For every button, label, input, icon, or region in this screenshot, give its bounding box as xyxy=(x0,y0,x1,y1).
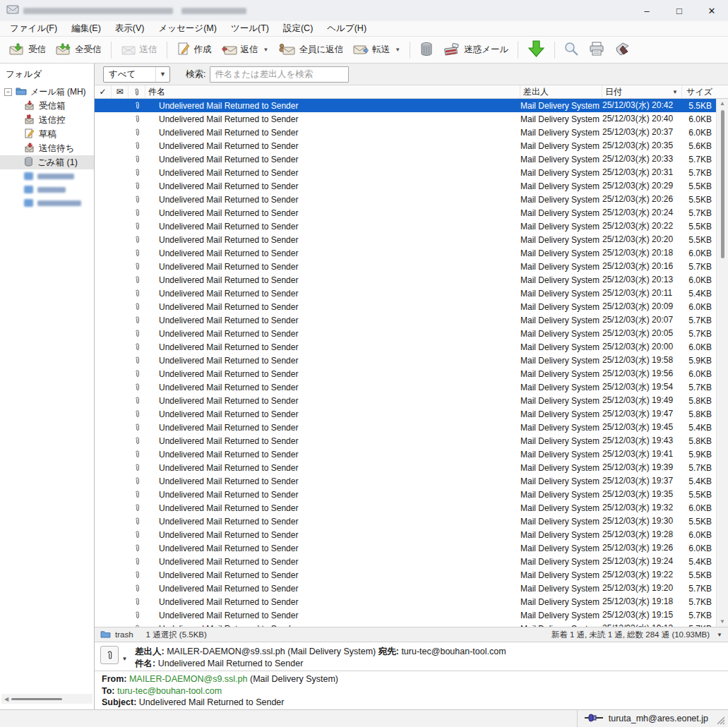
maximize-button[interactable]: □ xyxy=(663,0,696,21)
message-row[interactable]: Undelivered Mail Returned to Sender Mail… xyxy=(95,246,716,260)
message-row[interactable]: Undelivered Mail Returned to Sender Mail… xyxy=(95,421,716,434)
message-row[interactable]: Undelivered Mail Returned to Sender Mail… xyxy=(95,206,716,220)
execute-button[interactable] xyxy=(523,37,550,63)
stop-button[interactable] xyxy=(609,39,635,61)
message-row[interactable]: Undelivered Mail Returned to Sender Mail… xyxy=(95,340,716,354)
column-header-from[interactable]: 差出人 xyxy=(520,85,602,98)
message-row[interactable]: Undelivered Mail Returned to Sender Mail… xyxy=(95,407,716,421)
folder-pane-hscrollbar[interactable]: ◀ xyxy=(1,694,93,704)
column-header-date[interactable]: 日付▼ xyxy=(602,85,682,98)
print-button[interactable] xyxy=(584,39,609,61)
message-row[interactable]: Undelivered Mail Returned to Sender Mail… xyxy=(95,233,716,246)
folder-redacted[interactable] xyxy=(0,169,94,183)
receive-all-button[interactable]: 全受信 xyxy=(51,40,107,60)
search-input[interactable] xyxy=(210,66,349,83)
message-row[interactable]: Undelivered Mail Returned to Sender Mail… xyxy=(95,555,716,568)
menu-settings[interactable]: 設定(C) xyxy=(276,21,320,36)
message-row[interactable]: Undelivered Mail Returned to Sender Mail… xyxy=(95,327,716,340)
message-row[interactable]: Undelivered Mail Returned to Sender Mail… xyxy=(95,313,716,327)
message-row[interactable]: Undelivered Mail Returned to Sender Mail… xyxy=(95,608,716,622)
close-button[interactable]: ✕ xyxy=(696,0,728,21)
folder-redacted[interactable] xyxy=(0,196,94,210)
folder-redacted[interactable] xyxy=(0,183,94,196)
message-row[interactable]: Undelivered Mail Returned to Sender Mail… xyxy=(95,367,716,380)
message-row[interactable]: Undelivered Mail Returned to Sender Mail… xyxy=(95,447,716,461)
message-row[interactable]: Undelivered Mail Returned to Sender Mail… xyxy=(95,287,716,300)
junk-button[interactable]: 迷惑メール xyxy=(438,40,513,61)
message-row[interactable]: Undelivered Mail Returned to Sender Mail… xyxy=(95,354,716,367)
attachment-dropdown-arrow[interactable]: ▼ xyxy=(120,646,129,664)
date-header-label: 日付 xyxy=(605,86,622,98)
receive-button[interactable]: 受信 xyxy=(4,40,51,60)
menu-message[interactable]: メッセージ(M) xyxy=(151,21,223,36)
message-row[interactable]: Undelivered Mail Returned to Sender Mail… xyxy=(95,568,716,582)
delete-button[interactable] xyxy=(414,39,438,61)
scroll-down-arrow-icon[interactable]: ▼ xyxy=(717,617,728,627)
list-vscrollbar[interactable]: ▲ ▼ xyxy=(716,99,728,627)
column-header-check[interactable]: ✓ xyxy=(95,85,112,98)
message-row[interactable]: Undelivered Mail Returned to Sender Mail… xyxy=(95,99,716,112)
message-row[interactable]: Undelivered Mail Returned to Sender Mail… xyxy=(95,126,716,139)
message-row[interactable]: Undelivered Mail Returned to Sender Mail… xyxy=(95,582,716,595)
compose-button[interactable]: 作成 xyxy=(172,40,217,61)
reply-dropdown-arrow[interactable]: ▼ xyxy=(263,47,269,53)
menu-tools[interactable]: ツール(T) xyxy=(224,21,276,36)
message-row[interactable]: Undelivered Mail Returned to Sender Mail… xyxy=(95,300,716,313)
folder-sent[interactable]: 送信控 xyxy=(0,113,94,127)
scroll-up-arrow-icon[interactable]: ▲ xyxy=(717,99,728,109)
message-row[interactable]: Undelivered Mail Returned to Sender Mail… xyxy=(95,152,716,166)
message-row[interactable]: Undelivered Mail Returned to Sender Mail… xyxy=(95,139,716,152)
message-row[interactable]: Undelivered Mail Returned to Sender Mail… xyxy=(95,434,716,447)
compose-icon xyxy=(177,42,191,58)
resize-grip[interactable] xyxy=(717,716,725,727)
message-row[interactable]: Undelivered Mail Returned to Sender Mail… xyxy=(95,461,716,474)
reply-button[interactable]: 返信 ▼ xyxy=(217,40,274,60)
hscrollbar-thumb[interactable] xyxy=(11,698,62,700)
reply-all-button[interactable]: 全員に返信 xyxy=(273,40,348,60)
message-row[interactable]: Undelivered Mail Returned to Sender Mail… xyxy=(95,179,716,193)
forward-button[interactable]: 転送 ▼ xyxy=(348,40,405,60)
row-sender: Mail Delivery System xyxy=(520,128,602,138)
message-row[interactable]: Undelivered Mail Returned to Sender Mail… xyxy=(95,273,716,287)
message-row[interactable]: Undelivered Mail Returned to Sender Mail… xyxy=(95,488,716,501)
message-row[interactable]: Undelivered Mail Returned to Sender Mail… xyxy=(95,515,716,528)
forward-dropdown-arrow[interactable]: ▼ xyxy=(395,47,400,53)
menu-file[interactable]: ファイル(F) xyxy=(3,21,64,36)
menu-view[interactable]: 表示(V) xyxy=(108,21,152,36)
column-header-subject[interactable]: 件名 xyxy=(145,85,520,98)
message-row[interactable]: Undelivered Mail Returned to Sender Mail… xyxy=(95,528,716,541)
column-header-size[interactable]: サイズ xyxy=(682,85,716,98)
body-to-email[interactable]: turu-tec@bouhan-tool.com xyxy=(117,686,222,696)
body-from-email[interactable]: MAILER-DAEMON@s9.ssl.ph xyxy=(129,674,248,684)
message-row[interactable]: Undelivered Mail Returned to Sender Mail… xyxy=(95,380,716,394)
scroll-left-arrow-icon[interactable]: ◀ xyxy=(1,696,11,702)
tree-collapse-icon[interactable]: − xyxy=(4,88,12,96)
body-from-label: From: xyxy=(102,674,126,684)
folder-trash[interactable]: ごみ箱 (1) xyxy=(0,155,94,169)
message-row[interactable]: Undelivered Mail Returned to Sender Mail… xyxy=(95,260,716,273)
message-row[interactable]: Undelivered Mail Returned to Sender Mail… xyxy=(95,622,716,627)
column-header-attachment[interactable] xyxy=(129,85,145,98)
message-row[interactable]: Undelivered Mail Returned to Sender Mail… xyxy=(95,541,716,555)
message-row[interactable]: Undelivered Mail Returned to Sender Mail… xyxy=(95,394,716,407)
message-row[interactable]: Undelivered Mail Returned to Sender Mail… xyxy=(95,112,716,126)
search-button[interactable] xyxy=(559,39,584,61)
message-row[interactable]: Undelivered Mail Returned to Sender Mail… xyxy=(95,595,716,608)
message-row[interactable]: Undelivered Mail Returned to Sender Mail… xyxy=(95,220,716,233)
column-header-status[interactable]: ✉ xyxy=(112,85,129,98)
message-row[interactable]: Undelivered Mail Returned to Sender Mail… xyxy=(95,166,716,179)
summary-dropdown-icon[interactable]: ▼ xyxy=(717,632,722,638)
message-row[interactable]: Undelivered Mail Returned to Sender Mail… xyxy=(95,501,716,515)
folder-root-mailbox[interactable]: − メール箱 (MH) xyxy=(0,85,94,99)
minimize-button[interactable]: – xyxy=(631,0,663,21)
folder-drafts[interactable]: 草稿 xyxy=(0,127,94,141)
message-row[interactable]: Undelivered Mail Returned to Sender Mail… xyxy=(95,474,716,488)
vscrollbar-thumb[interactable] xyxy=(721,110,724,258)
menu-help[interactable]: ヘルプ(H) xyxy=(320,21,374,36)
filter-dropdown[interactable]: すべて ▼ xyxy=(103,66,170,83)
message-row[interactable]: Undelivered Mail Returned to Sender Mail… xyxy=(95,193,716,206)
folder-inbox[interactable]: 受信箱 xyxy=(0,99,94,113)
folder-queue[interactable]: 送信待ち xyxy=(0,141,94,155)
attachment-button[interactable] xyxy=(100,646,119,664)
menu-edit[interactable]: 編集(E) xyxy=(64,21,108,36)
